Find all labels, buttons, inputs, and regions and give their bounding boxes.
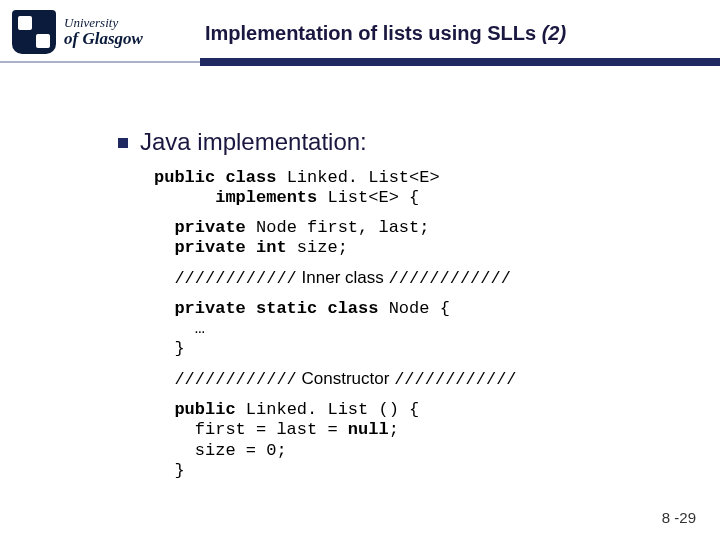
bullet-icon [118,138,128,148]
crest-icon [12,10,56,54]
code-line-10: size = 0; [154,441,678,461]
code-line-4: private int size; [154,238,678,258]
title-main: Implementation of lists using SLLs [205,22,542,44]
page-title: Implementation of lists using SLLs (2) [205,22,566,45]
code-line-6: … [154,319,678,339]
code-line-8: public Linked. List () { [154,400,678,420]
header-rule [0,58,720,66]
bullet-text: Java implementation: [140,128,367,156]
bullet-item: Java implementation: [118,128,678,156]
university-logo: University of Glasgow [12,10,143,54]
page-number: 8 -29 [662,509,696,526]
code-section-inner: //////////// Inner class //////////// [154,268,678,289]
uni-line-2: of Glasgow [64,30,143,48]
code-section-ctor: //////////// Constructor //////////// [154,369,678,390]
code-line-5: private static class Node { [154,299,678,319]
slide-header: University of Glasgow Implementation of … [0,0,720,80]
uni-line-1: University [64,16,143,30]
code-line-1: public class Linked. List<E> [154,168,678,188]
university-name: University of Glasgow [64,16,143,47]
code-line-2: implements List<E> { [154,188,678,208]
code-line-9: first = last = null; [154,420,678,440]
code-line-7: } [154,339,678,359]
slide-content: Java implementation: public class Linked… [118,128,678,481]
code-line-3: private Node first, last; [154,218,678,238]
code-line-11: } [154,461,678,481]
rule-thick [200,58,720,66]
code-block: public class Linked. List<E> implements … [154,168,678,481]
title-suffix: (2) [542,22,566,44]
